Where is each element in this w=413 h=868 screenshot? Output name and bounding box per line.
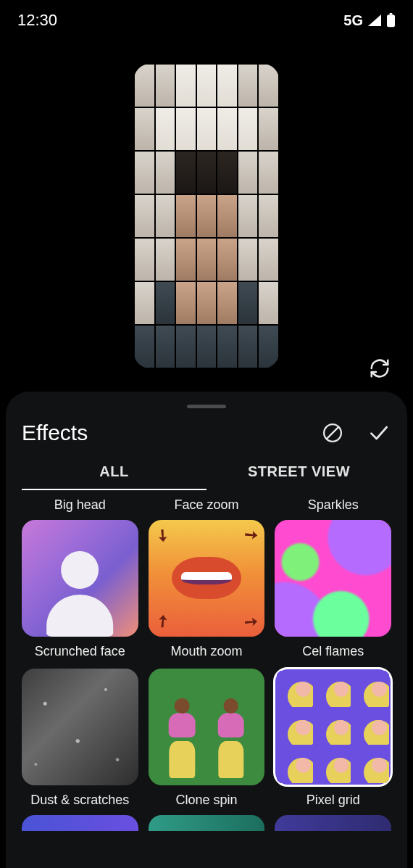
svg-rect-0 [390,13,393,15]
effect-cel-flames[interactable]: Cel flames [275,520,391,658]
effect-label: Clone spin [175,793,237,808]
effects-row-peek-bottom [22,815,391,831]
status-right: 5G [343,12,396,29]
effect-thumb [149,669,265,785]
no-symbol-icon [322,422,343,444]
effect-peek[interactable] [275,815,391,831]
effect-pixel-grid[interactable]: Pixel grid [275,669,391,807]
confirm-button[interactable] [367,421,391,445]
effect-peek[interactable] [149,815,265,831]
pixel-grid-overlay [134,64,279,368]
effect-peek[interactable] [22,815,138,831]
sheet-title: Effects [22,421,320,445]
svg-line-3 [327,427,338,439]
effect-preview[interactable] [134,64,279,368]
svg-rect-1 [387,15,395,27]
effect-preview-area [0,41,413,392]
sheet-header: Effects [22,416,391,450]
status-bar: 12:30 5G [0,0,413,41]
effect-label-sparkles: Sparkles [275,497,391,513]
effect-mouth-zoom[interactable]: ➘➘➚➚ Mouth zoom [149,520,265,658]
effect-thumb: ➘➘➚➚ [149,520,265,637]
effects-grid: Scrunched face ➘➘➚➚ Mouth zoom Cel flame… [22,520,391,808]
tab-all[interactable]: ALL [22,463,206,489]
effect-clone-spin[interactable]: Clone spin [149,669,265,807]
effect-thumb [275,669,391,785]
sheet-grabber[interactable] [187,405,226,408]
effect-thumb [22,669,138,785]
effects-sheet: Effects ALL STREET VIEW Big head Face zo… [6,392,407,868]
effect-label-face-zoom: Face zoom [149,497,265,513]
effect-thumb [275,815,391,831]
effect-thumb [22,815,138,831]
effect-label: Dust & scratches [30,793,129,808]
effect-label: Cel flames [302,644,364,659]
clear-effect-button[interactable] [320,421,345,445]
cycle-effect-button[interactable] [365,354,394,383]
cycle-icon [369,357,391,379]
tab-street-view[interactable]: STREET VIEW [206,463,391,489]
effects-row-peek-top: Big head Face zoom Sparkles [22,497,391,513]
effect-thumb [22,520,138,637]
effect-label: Mouth zoom [170,644,242,659]
status-time: 12:30 [17,11,57,30]
effect-label: Pixel grid [306,793,360,808]
effect-thumb [149,815,265,831]
tab-underline [22,489,391,490]
effect-dust-scratches[interactable]: Dust & scratches [22,669,138,807]
signal-icon [367,14,382,27]
effect-thumb [275,520,391,637]
network-label: 5G [343,12,363,29]
check-icon [367,421,391,445]
effect-label-big-head: Big head [22,497,138,513]
effect-category-tabs: ALL STREET VIEW [22,463,391,489]
effect-scrunched-face[interactable]: Scrunched face [22,520,138,658]
battery-icon [386,13,396,28]
effect-label: Scrunched face [35,644,125,659]
